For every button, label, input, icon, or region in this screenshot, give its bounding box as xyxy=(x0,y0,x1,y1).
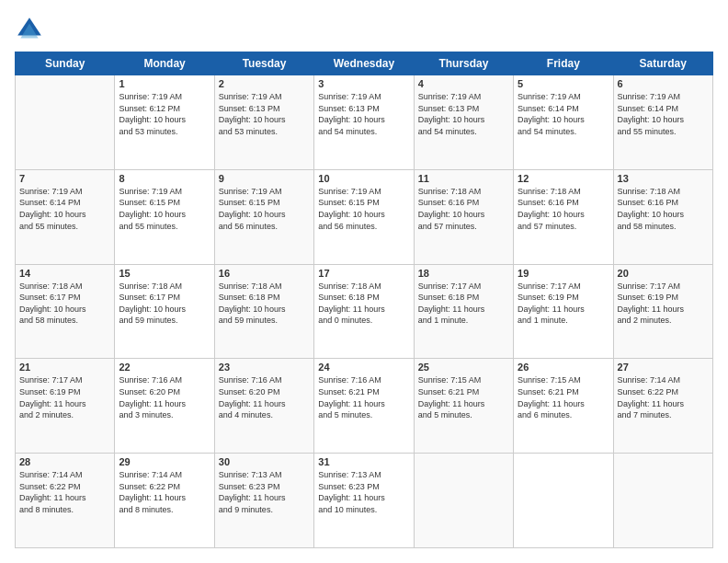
day-info: Sunrise: 7:15 AM Sunset: 6:21 PM Dayligh… xyxy=(418,374,509,420)
day-number: 31 xyxy=(318,456,409,467)
day-number: 21 xyxy=(19,362,110,373)
day-info: Sunrise: 7:17 AM Sunset: 6:18 PM Dayligh… xyxy=(418,281,509,327)
calendar-cell: 4Sunrise: 7:19 AM Sunset: 6:13 PM Daylig… xyxy=(414,75,513,170)
calendar-cell: 7Sunrise: 7:19 AM Sunset: 6:14 PM Daylig… xyxy=(16,169,115,264)
day-number: 24 xyxy=(318,362,409,373)
day-info: Sunrise: 7:19 AM Sunset: 6:15 PM Dayligh… xyxy=(318,186,409,232)
day-info: Sunrise: 7:18 AM Sunset: 6:16 PM Dayligh… xyxy=(418,186,509,232)
day-number: 9 xyxy=(219,173,310,184)
day-number: 25 xyxy=(418,362,509,373)
calendar-cell: 5Sunrise: 7:19 AM Sunset: 6:14 PM Daylig… xyxy=(514,75,613,170)
day-number: 14 xyxy=(19,268,110,279)
day-number: 3 xyxy=(318,78,409,89)
day-number: 26 xyxy=(518,362,609,373)
day-info: Sunrise: 7:14 AM Sunset: 6:22 PM Dayligh… xyxy=(119,469,210,515)
calendar-cell: 10Sunrise: 7:19 AM Sunset: 6:15 PM Dayli… xyxy=(314,169,414,264)
day-info: Sunrise: 7:19 AM Sunset: 6:13 PM Dayligh… xyxy=(219,91,310,137)
calendar-day-header: Wednesday xyxy=(314,52,414,75)
day-number: 6 xyxy=(618,78,709,89)
day-info: Sunrise: 7:16 AM Sunset: 6:20 PM Dayligh… xyxy=(219,374,310,420)
calendar-cell xyxy=(16,75,115,170)
calendar-day-header: Sunday xyxy=(16,52,115,75)
day-number: 20 xyxy=(618,268,709,279)
calendar-cell: 16Sunrise: 7:18 AM Sunset: 6:18 PM Dayli… xyxy=(214,264,313,359)
day-info: Sunrise: 7:19 AM Sunset: 6:13 PM Dayligh… xyxy=(318,91,409,137)
calendar-cell: 9Sunrise: 7:19 AM Sunset: 6:15 PM Daylig… xyxy=(214,169,313,264)
day-number: 5 xyxy=(518,78,609,89)
calendar-day-header: Monday xyxy=(115,52,214,75)
day-info: Sunrise: 7:19 AM Sunset: 6:15 PM Dayligh… xyxy=(119,186,210,232)
day-number: 19 xyxy=(518,268,609,279)
calendar-cell: 25Sunrise: 7:15 AM Sunset: 6:21 PM Dayli… xyxy=(414,359,513,454)
calendar-cell: 27Sunrise: 7:14 AM Sunset: 6:22 PM Dayli… xyxy=(613,359,712,454)
day-info: Sunrise: 7:13 AM Sunset: 6:23 PM Dayligh… xyxy=(219,469,310,515)
day-number: 30 xyxy=(219,456,310,467)
calendar-cell: 18Sunrise: 7:17 AM Sunset: 6:18 PM Dayli… xyxy=(414,264,513,359)
day-number: 28 xyxy=(19,456,110,467)
day-info: Sunrise: 7:19 AM Sunset: 6:14 PM Dayligh… xyxy=(518,91,609,137)
calendar-week-row: 28Sunrise: 7:14 AM Sunset: 6:22 PM Dayli… xyxy=(16,454,713,548)
calendar-cell: 23Sunrise: 7:16 AM Sunset: 6:20 PM Dayli… xyxy=(214,359,313,454)
day-info: Sunrise: 7:19 AM Sunset: 6:14 PM Dayligh… xyxy=(618,91,709,137)
day-info: Sunrise: 7:14 AM Sunset: 6:22 PM Dayligh… xyxy=(19,469,110,515)
day-number: 13 xyxy=(618,173,709,184)
day-number: 15 xyxy=(119,268,210,279)
logo xyxy=(15,15,48,44)
day-info: Sunrise: 7:16 AM Sunset: 6:21 PM Dayligh… xyxy=(318,374,409,420)
day-number: 29 xyxy=(119,456,210,467)
calendar-week-row: 1Sunrise: 7:19 AM Sunset: 6:12 PM Daylig… xyxy=(16,75,713,170)
logo-icon xyxy=(15,15,44,44)
calendar-cell: 1Sunrise: 7:19 AM Sunset: 6:12 PM Daylig… xyxy=(115,75,214,170)
calendar-cell xyxy=(613,454,712,548)
day-info: Sunrise: 7:18 AM Sunset: 6:16 PM Dayligh… xyxy=(518,186,609,232)
day-info: Sunrise: 7:15 AM Sunset: 6:21 PM Dayligh… xyxy=(518,374,609,420)
calendar-cell: 19Sunrise: 7:17 AM Sunset: 6:19 PM Dayli… xyxy=(514,264,613,359)
day-info: Sunrise: 7:14 AM Sunset: 6:22 PM Dayligh… xyxy=(618,374,709,420)
calendar-cell: 12Sunrise: 7:18 AM Sunset: 6:16 PM Dayli… xyxy=(514,169,613,264)
day-info: Sunrise: 7:18 AM Sunset: 6:17 PM Dayligh… xyxy=(19,281,110,327)
day-info: Sunrise: 7:17 AM Sunset: 6:19 PM Dayligh… xyxy=(618,281,709,327)
calendar-cell: 20Sunrise: 7:17 AM Sunset: 6:19 PM Dayli… xyxy=(613,264,712,359)
calendar-cell: 30Sunrise: 7:13 AM Sunset: 6:23 PM Dayli… xyxy=(214,454,313,548)
day-number: 18 xyxy=(418,268,509,279)
day-number: 17 xyxy=(318,268,409,279)
calendar-table: SundayMondayTuesdayWednesdayThursdayFrid… xyxy=(15,52,713,548)
calendar-cell: 13Sunrise: 7:18 AM Sunset: 6:16 PM Dayli… xyxy=(613,169,712,264)
day-info: Sunrise: 7:19 AM Sunset: 6:14 PM Dayligh… xyxy=(19,186,110,232)
calendar-day-header: Tuesday xyxy=(214,52,313,75)
calendar-cell: 22Sunrise: 7:16 AM Sunset: 6:20 PM Dayli… xyxy=(115,359,214,454)
calendar-cell: 15Sunrise: 7:18 AM Sunset: 6:17 PM Dayli… xyxy=(115,264,214,359)
day-number: 1 xyxy=(119,78,210,89)
calendar-week-row: 7Sunrise: 7:19 AM Sunset: 6:14 PM Daylig… xyxy=(16,169,713,264)
day-number: 4 xyxy=(418,78,509,89)
day-info: Sunrise: 7:19 AM Sunset: 6:15 PM Dayligh… xyxy=(219,186,310,232)
day-number: 27 xyxy=(618,362,709,373)
day-info: Sunrise: 7:16 AM Sunset: 6:20 PM Dayligh… xyxy=(119,374,210,420)
calendar-cell: 21Sunrise: 7:17 AM Sunset: 6:19 PM Dayli… xyxy=(16,359,115,454)
calendar-day-header: Saturday xyxy=(613,52,712,75)
day-info: Sunrise: 7:17 AM Sunset: 6:19 PM Dayligh… xyxy=(518,281,609,327)
calendar-cell: 8Sunrise: 7:19 AM Sunset: 6:15 PM Daylig… xyxy=(115,169,214,264)
day-info: Sunrise: 7:18 AM Sunset: 6:17 PM Dayligh… xyxy=(119,281,210,327)
calendar-cell: 31Sunrise: 7:13 AM Sunset: 6:23 PM Dayli… xyxy=(314,454,414,548)
day-number: 7 xyxy=(19,173,110,184)
day-info: Sunrise: 7:18 AM Sunset: 6:18 PM Dayligh… xyxy=(219,281,310,327)
calendar-cell: 11Sunrise: 7:18 AM Sunset: 6:16 PM Dayli… xyxy=(414,169,513,264)
calendar-cell: 14Sunrise: 7:18 AM Sunset: 6:17 PM Dayli… xyxy=(16,264,115,359)
page: SundayMondayTuesdayWednesdayThursdayFrid… xyxy=(0,0,728,563)
calendar-cell: 2Sunrise: 7:19 AM Sunset: 6:13 PM Daylig… xyxy=(214,75,313,170)
day-number: 22 xyxy=(119,362,210,373)
day-info: Sunrise: 7:18 AM Sunset: 6:18 PM Dayligh… xyxy=(318,281,409,327)
calendar-cell: 26Sunrise: 7:15 AM Sunset: 6:21 PM Dayli… xyxy=(514,359,613,454)
calendar-header-row: SundayMondayTuesdayWednesdayThursdayFrid… xyxy=(16,52,713,75)
calendar-cell: 29Sunrise: 7:14 AM Sunset: 6:22 PM Dayli… xyxy=(115,454,214,548)
day-number: 10 xyxy=(318,173,409,184)
day-info: Sunrise: 7:13 AM Sunset: 6:23 PM Dayligh… xyxy=(318,469,409,515)
header xyxy=(15,15,713,44)
calendar-cell: 17Sunrise: 7:18 AM Sunset: 6:18 PM Dayli… xyxy=(314,264,414,359)
day-number: 8 xyxy=(119,173,210,184)
day-number: 12 xyxy=(518,173,609,184)
day-number: 23 xyxy=(219,362,310,373)
calendar-week-row: 14Sunrise: 7:18 AM Sunset: 6:17 PM Dayli… xyxy=(16,264,713,359)
day-info: Sunrise: 7:17 AM Sunset: 6:19 PM Dayligh… xyxy=(19,374,110,420)
